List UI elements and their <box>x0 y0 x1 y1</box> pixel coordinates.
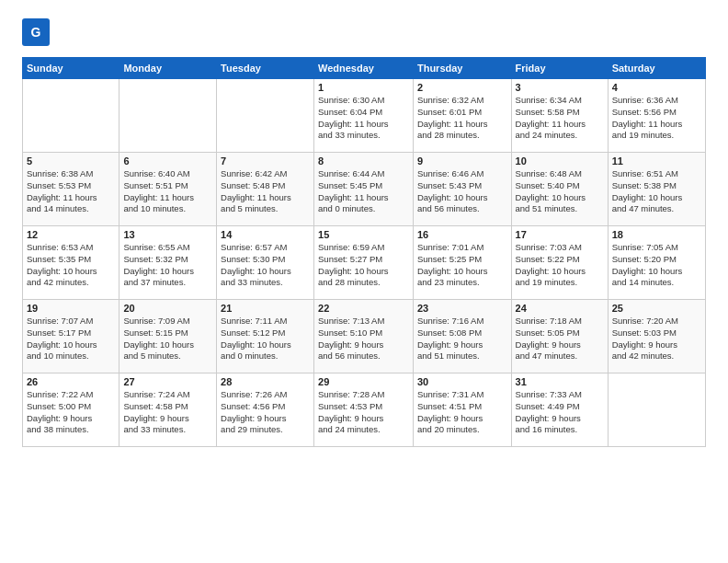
weekday-header-monday: Monday <box>119 58 217 79</box>
day-cell: 2Sunrise: 6:32 AM Sunset: 6:01 PM Daylig… <box>413 79 511 153</box>
day-number: 7 <box>221 155 310 167</box>
day-number: 10 <box>516 155 604 167</box>
day-cell: 31Sunrise: 7:33 AM Sunset: 4:49 PM Dayli… <box>511 373 608 447</box>
day-info: Sunrise: 6:42 AM Sunset: 5:48 PM Dayligh… <box>221 168 310 215</box>
day-info: Sunrise: 7:26 AM Sunset: 4:56 PM Dayligh… <box>221 389 310 436</box>
day-cell: 20Sunrise: 7:09 AM Sunset: 5:15 PM Dayli… <box>119 300 217 373</box>
day-cell <box>608 373 705 447</box>
day-cell <box>23 79 119 153</box>
weekday-header-thursday: Thursday <box>413 58 511 79</box>
weekday-header-wednesday: Wednesday <box>314 58 414 79</box>
day-number: 22 <box>318 303 409 314</box>
day-number: 9 <box>417 155 507 167</box>
day-info: Sunrise: 6:44 AM Sunset: 5:45 PM Dayligh… <box>318 168 409 215</box>
day-number: 15 <box>318 229 409 240</box>
day-cell: 15Sunrise: 6:59 AM Sunset: 5:27 PM Dayli… <box>314 226 414 300</box>
day-number: 8 <box>318 155 409 167</box>
day-info: Sunrise: 7:09 AM Sunset: 5:15 PM Dayligh… <box>123 316 212 362</box>
day-number: 17 <box>516 229 604 240</box>
week-row-4: 19Sunrise: 7:07 AM Sunset: 5:17 PM Dayli… <box>23 300 706 373</box>
day-cell: 4Sunrise: 6:36 AM Sunset: 5:56 PM Daylig… <box>608 79 705 153</box>
day-info: Sunrise: 6:38 AM Sunset: 5:53 PM Dayligh… <box>27 168 115 215</box>
day-info: Sunrise: 6:59 AM Sunset: 5:27 PM Dayligh… <box>318 242 409 289</box>
day-number: 18 <box>612 229 701 240</box>
day-number: 6 <box>123 155 212 167</box>
day-number: 20 <box>123 303 212 314</box>
day-number: 21 <box>221 303 310 314</box>
day-number: 26 <box>27 376 115 387</box>
day-number: 25 <box>612 303 701 314</box>
day-info: Sunrise: 6:36 AM Sunset: 5:56 PM Dayligh… <box>612 95 701 142</box>
day-number: 24 <box>516 303 604 314</box>
day-cell: 16Sunrise: 7:01 AM Sunset: 5:25 PM Dayli… <box>413 226 511 300</box>
day-info: Sunrise: 7:20 AM Sunset: 5:03 PM Dayligh… <box>612 316 701 362</box>
day-cell: 10Sunrise: 6:48 AM Sunset: 5:40 PM Dayli… <box>511 153 608 226</box>
week-row-3: 12Sunrise: 6:53 AM Sunset: 5:35 PM Dayli… <box>23 226 706 300</box>
day-number: 12 <box>27 229 115 240</box>
day-cell <box>119 79 217 153</box>
day-cell: 27Sunrise: 7:24 AM Sunset: 4:58 PM Dayli… <box>119 373 217 447</box>
day-info: Sunrise: 7:05 AM Sunset: 5:20 PM Dayligh… <box>612 242 701 289</box>
day-cell: 8Sunrise: 6:44 AM Sunset: 5:45 PM Daylig… <box>314 153 414 226</box>
logo: G <box>22 18 53 46</box>
day-number: 5 <box>27 155 115 167</box>
weekday-header-tuesday: Tuesday <box>217 58 314 79</box>
header: G <box>22 18 706 46</box>
calendar-page: G SundayMondayTuesdayWednesdayThursdayFr… <box>0 0 728 563</box>
day-info: Sunrise: 7:16 AM Sunset: 5:08 PM Dayligh… <box>417 316 507 362</box>
day-number: 2 <box>417 82 507 93</box>
day-cell: 22Sunrise: 7:13 AM Sunset: 5:10 PM Dayli… <box>314 300 414 373</box>
day-info: Sunrise: 7:03 AM Sunset: 5:22 PM Dayligh… <box>516 242 604 289</box>
weekday-header-saturday: Saturday <box>608 58 705 79</box>
day-info: Sunrise: 6:55 AM Sunset: 5:32 PM Dayligh… <box>123 242 212 289</box>
day-number: 28 <box>221 376 310 387</box>
day-number: 23 <box>417 303 507 314</box>
day-info: Sunrise: 7:13 AM Sunset: 5:10 PM Dayligh… <box>318 316 409 362</box>
day-number: 31 <box>516 376 604 387</box>
day-info: Sunrise: 7:24 AM Sunset: 4:58 PM Dayligh… <box>123 389 212 436</box>
day-cell: 30Sunrise: 7:31 AM Sunset: 4:51 PM Dayli… <box>413 373 511 447</box>
calendar-table: SundayMondayTuesdayWednesdayThursdayFrid… <box>22 57 706 447</box>
day-cell: 26Sunrise: 7:22 AM Sunset: 5:00 PM Dayli… <box>23 373 119 447</box>
day-cell: 1Sunrise: 6:30 AM Sunset: 6:04 PM Daylig… <box>314 79 414 153</box>
day-info: Sunrise: 6:46 AM Sunset: 5:43 PM Dayligh… <box>417 168 507 215</box>
day-info: Sunrise: 7:33 AM Sunset: 4:49 PM Dayligh… <box>516 389 604 436</box>
weekday-header-sunday: Sunday <box>23 58 119 79</box>
day-cell: 18Sunrise: 7:05 AM Sunset: 5:20 PM Dayli… <box>608 226 705 300</box>
day-number: 19 <box>27 303 115 314</box>
day-cell: 6Sunrise: 6:40 AM Sunset: 5:51 PM Daylig… <box>119 153 217 226</box>
weekday-header-row: SundayMondayTuesdayWednesdayThursdayFrid… <box>23 58 706 79</box>
day-cell <box>217 79 314 153</box>
day-cell: 24Sunrise: 7:18 AM Sunset: 5:05 PM Dayli… <box>511 300 608 373</box>
day-cell: 25Sunrise: 7:20 AM Sunset: 5:03 PM Dayli… <box>608 300 705 373</box>
logo-icon: G <box>22 18 50 46</box>
day-cell: 5Sunrise: 6:38 AM Sunset: 5:53 PM Daylig… <box>23 153 119 226</box>
day-info: Sunrise: 7:31 AM Sunset: 4:51 PM Dayligh… <box>417 389 507 436</box>
day-cell: 23Sunrise: 7:16 AM Sunset: 5:08 PM Dayli… <box>413 300 511 373</box>
day-info: Sunrise: 6:30 AM Sunset: 6:04 PM Dayligh… <box>318 95 409 142</box>
day-info: Sunrise: 6:34 AM Sunset: 5:58 PM Dayligh… <box>516 95 604 142</box>
week-row-5: 26Sunrise: 7:22 AM Sunset: 5:00 PM Dayli… <box>23 373 706 447</box>
day-cell: 19Sunrise: 7:07 AM Sunset: 5:17 PM Dayli… <box>23 300 119 373</box>
day-number: 13 <box>123 229 212 240</box>
day-info: Sunrise: 7:07 AM Sunset: 5:17 PM Dayligh… <box>27 316 115 362</box>
day-cell: 29Sunrise: 7:28 AM Sunset: 4:53 PM Dayli… <box>314 373 414 447</box>
day-number: 4 <box>612 82 701 93</box>
day-info: Sunrise: 6:57 AM Sunset: 5:30 PM Dayligh… <box>221 242 310 289</box>
day-cell: 17Sunrise: 7:03 AM Sunset: 5:22 PM Dayli… <box>511 226 608 300</box>
day-cell: 11Sunrise: 6:51 AM Sunset: 5:38 PM Dayli… <box>608 153 705 226</box>
day-number: 30 <box>417 376 507 387</box>
day-number: 29 <box>318 376 409 387</box>
day-info: Sunrise: 7:22 AM Sunset: 5:00 PM Dayligh… <box>27 389 115 436</box>
day-info: Sunrise: 6:51 AM Sunset: 5:38 PM Dayligh… <box>612 168 701 215</box>
day-number: 11 <box>612 155 701 167</box>
day-number: 16 <box>417 229 507 240</box>
svg-text:G: G <box>31 25 41 40</box>
day-cell: 7Sunrise: 6:42 AM Sunset: 5:48 PM Daylig… <box>217 153 314 226</box>
day-number: 1 <box>318 82 409 93</box>
day-info: Sunrise: 7:18 AM Sunset: 5:05 PM Dayligh… <box>516 316 604 362</box>
day-cell: 28Sunrise: 7:26 AM Sunset: 4:56 PM Dayli… <box>217 373 314 447</box>
day-number: 27 <box>123 376 212 387</box>
weekday-header-friday: Friday <box>511 58 608 79</box>
day-cell: 14Sunrise: 6:57 AM Sunset: 5:30 PM Dayli… <box>217 226 314 300</box>
